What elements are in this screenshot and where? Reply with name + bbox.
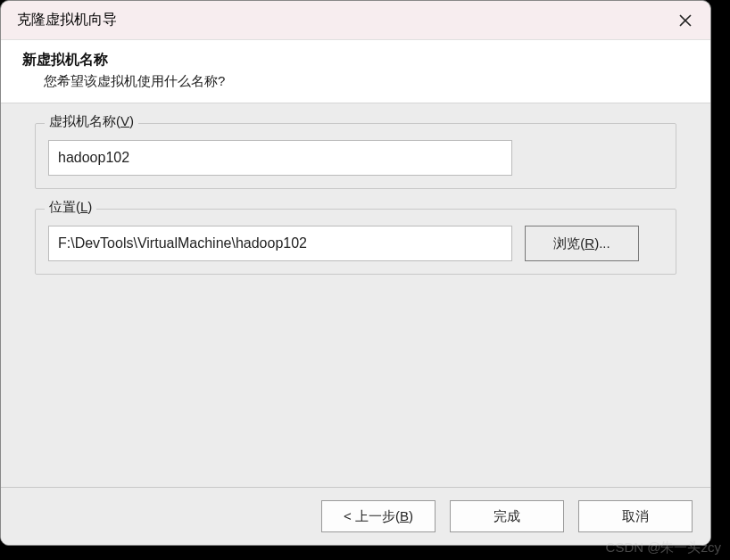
location-input[interactable] bbox=[48, 226, 512, 261]
vm-name-group: 虚拟机名称(V) bbox=[35, 123, 676, 189]
close-button[interactable] bbox=[673, 8, 698, 33]
wizard-footer: < 上一步(B) 完成 取消 bbox=[1, 487, 710, 545]
browse-button[interactable]: 浏览(R)... bbox=[525, 226, 639, 261]
vm-name-input[interactable] bbox=[48, 140, 512, 176]
wizard-header: 新虚拟机名称 您希望该虚拟机使用什么名称? bbox=[1, 40, 710, 103]
back-button[interactable]: < 上一步(B) bbox=[321, 500, 436, 532]
window-title: 克隆虚拟机向导 bbox=[17, 11, 117, 29]
titlebar: 克隆虚拟机向导 bbox=[1, 1, 710, 40]
header-heading: 新虚拟机名称 bbox=[22, 51, 689, 70]
vm-name-label: 虚拟机名称(V) bbox=[45, 113, 138, 130]
location-label: 位置(L) bbox=[45, 199, 96, 216]
header-subheading: 您希望该虚拟机使用什么名称? bbox=[22, 73, 689, 90]
location-row: 浏览(R)... bbox=[48, 226, 663, 261]
finish-button[interactable]: 完成 bbox=[450, 500, 564, 532]
clone-vm-wizard-dialog: 克隆虚拟机向导 新虚拟机名称 您希望该虚拟机使用什么名称? 虚拟机名称(V) 位… bbox=[0, 0, 711, 546]
close-icon bbox=[678, 13, 693, 28]
location-group: 位置(L) 浏览(R)... bbox=[35, 209, 676, 275]
wizard-body: 虚拟机名称(V) 位置(L) 浏览(R)... bbox=[1, 103, 710, 487]
cancel-button[interactable]: 取消 bbox=[578, 500, 693, 532]
